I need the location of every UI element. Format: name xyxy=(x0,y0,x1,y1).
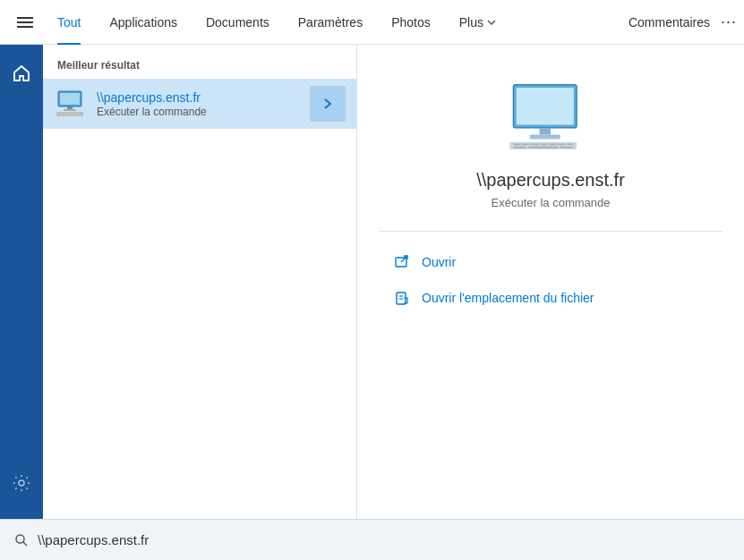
tab-photos[interactable]: Photos xyxy=(377,0,445,45)
tab-plus[interactable]: Plus xyxy=(445,0,511,45)
results-list: Meilleur résultat \\papercups.enst.fr xyxy=(43,45,356,519)
results-area: Meilleur résultat \\papercups.enst.fr xyxy=(43,45,744,519)
svg-rect-18 xyxy=(513,147,526,148)
result-item-subtitle: Exécuter la commande xyxy=(97,106,310,118)
open-label: Ouvrir xyxy=(422,255,456,269)
arrow-right-icon xyxy=(320,96,336,112)
detail-subtitle: Exécuter la commande xyxy=(492,196,611,209)
detail-actions: Ouvrir Ouvrir l'emplacement du fichier xyxy=(379,246,723,314)
svg-rect-3 xyxy=(67,106,73,109)
commentaires-button[interactable]: Commentaires xyxy=(629,15,710,30)
computer-large-icon xyxy=(506,81,595,152)
result-item-arrow[interactable] xyxy=(310,86,346,122)
hamburger-icon xyxy=(17,14,33,30)
sidebar-home-button[interactable] xyxy=(0,52,43,95)
detail-action-file-location[interactable]: Ouvrir l'emplacement du fichier xyxy=(386,282,715,314)
detail-title: \\papercups.enst.fr xyxy=(476,170,625,191)
file-location-icon xyxy=(393,291,411,305)
sidebar-settings-button[interactable] xyxy=(0,462,43,505)
svg-rect-11 xyxy=(513,143,520,145)
tab-documents[interactable]: Documents xyxy=(192,0,284,45)
result-item[interactable]: \\papercups.enst.fr Exécuter la commande xyxy=(43,79,356,129)
svg-rect-17 xyxy=(567,143,573,145)
svg-line-27 xyxy=(23,542,27,546)
svg-rect-12 xyxy=(522,143,529,145)
gear-icon xyxy=(13,474,30,492)
svg-rect-8 xyxy=(540,128,552,135)
detail-icon-area xyxy=(506,81,595,152)
svg-rect-5 xyxy=(56,112,83,116)
result-item-icon xyxy=(54,88,90,120)
svg-rect-4 xyxy=(64,109,76,111)
hamburger-button[interactable] xyxy=(7,0,43,45)
main-content: Meilleur résultat \\papercups.enst.fr xyxy=(0,45,744,519)
file-location-label: Ouvrir l'emplacement du fichier xyxy=(422,291,594,305)
tab-applications[interactable]: Applications xyxy=(95,0,192,45)
detail-panel: \\papercups.enst.fr Exécuter la commande… xyxy=(356,45,744,519)
svg-rect-15 xyxy=(549,143,556,145)
nav-tabs: Tout Applications Documents Paramètres P… xyxy=(43,0,629,45)
svg-point-0 xyxy=(19,480,24,486)
search-icon xyxy=(14,533,29,547)
nav-right: Commentaires ··· xyxy=(629,13,737,31)
more-options-button[interactable]: ··· xyxy=(721,13,737,31)
detail-action-open[interactable]: Ouvrir xyxy=(386,246,715,278)
svg-rect-16 xyxy=(558,143,565,145)
tab-parametres[interactable]: Paramètres xyxy=(284,0,377,45)
svg-rect-7 xyxy=(517,88,574,125)
computer-small-icon xyxy=(55,89,89,118)
svg-rect-14 xyxy=(540,143,547,145)
svg-rect-10 xyxy=(509,142,577,149)
svg-rect-13 xyxy=(531,143,538,145)
tab-tout[interactable]: Tout xyxy=(43,0,95,45)
svg-rect-20 xyxy=(560,147,573,148)
svg-rect-19 xyxy=(528,147,558,148)
search-bar xyxy=(0,519,744,560)
result-item-name: \\papercups.enst.fr xyxy=(97,90,310,105)
svg-rect-2 xyxy=(60,93,80,105)
chevron-down-icon xyxy=(486,17,497,28)
home-icon xyxy=(12,64,31,83)
svg-rect-9 xyxy=(530,134,560,139)
detail-divider xyxy=(379,231,723,232)
sidebar xyxy=(0,45,43,519)
svg-point-26 xyxy=(16,535,24,543)
top-nav-bar: Tout Applications Documents Paramètres P… xyxy=(0,0,744,45)
result-item-text: \\papercups.enst.fr Exécuter la commande xyxy=(90,90,310,118)
open-icon xyxy=(393,255,411,269)
search-input[interactable] xyxy=(38,532,730,547)
section-label: Meilleur résultat xyxy=(43,55,356,79)
